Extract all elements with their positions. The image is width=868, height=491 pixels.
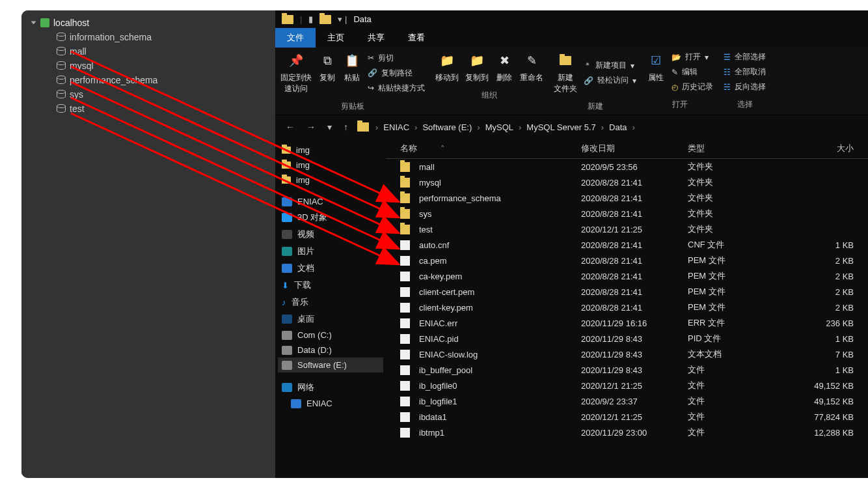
file-icon: [400, 318, 410, 328]
ribbon-tab[interactable]: 查看: [396, 28, 437, 48]
file-row[interactable]: ENIAC.err2020/11/29 16:16ERR 文件236 KB: [386, 315, 868, 331]
file-row[interactable]: sys2020/8/28 21:41文件夹: [386, 206, 868, 221]
ribbon-easyaccess[interactable]: 🔗轻松访问▾: [584, 75, 636, 86]
navtree-drive-c[interactable]: Com (C:): [278, 328, 383, 343]
file-row[interactable]: client-cert.pem2020/8/28 21:41PEM 文件2 KB: [386, 284, 868, 300]
ribbon-copy[interactable]: ⧉复制: [318, 51, 336, 94]
navtree-3dobjects[interactable]: 3D 对象: [278, 209, 383, 226]
col-size[interactable]: 大小: [771, 143, 868, 154]
db-item[interactable]: mysql: [53, 59, 275, 73]
navtree-videos[interactable]: 视频: [278, 226, 383, 243]
database-icon: [57, 105, 66, 113]
ribbon-selectnone[interactable]: ☷全部取消: [724, 66, 766, 77]
breadcrumb-segment[interactable]: MySQL: [485, 122, 513, 132]
nav-tree: img img img ENIAC 3D 对象 视频 图片 文档 ⬇下载 ♪音乐…: [275, 139, 386, 478]
navtree-img[interactable]: img: [278, 158, 383, 173]
file-row[interactable]: ibtmp12020/11/29 23:00文件12,288 KB: [386, 425, 868, 440]
file-row[interactable]: mysql2020/8/28 21:41文件夹: [386, 175, 868, 190]
db-item[interactable]: mall: [53, 44, 275, 59]
navtree-network-pc[interactable]: ENIAC: [287, 396, 383, 411]
database-icon: [57, 76, 66, 84]
breadcrumb-segment[interactable]: Data: [609, 122, 627, 132]
ribbon-pin[interactable]: 📌固定到快 速访问: [280, 51, 312, 94]
address-bar: ← → ▾ ↑ ›ENIAC›Software (E:)›MySQL›MySQL…: [275, 115, 868, 139]
ribbon-invertsel[interactable]: ☵反向选择: [724, 81, 766, 92]
file-row[interactable]: performance_schema2020/8/28 21:41文件夹: [386, 190, 868, 206]
file-icon: [400, 303, 410, 313]
db-tree-panel: localhost information_schemamallmysqlper…: [21, 10, 275, 478]
ribbon-moveto[interactable]: 📁移动到: [435, 51, 459, 83]
db-item[interactable]: information_schema: [53, 30, 275, 44]
navtree-documents[interactable]: 文档: [278, 260, 383, 277]
file-row[interactable]: client-key.pem2020/8/28 21:41PEM 文件2 KB: [386, 300, 868, 315]
navtree-downloads[interactable]: ⬇下载: [278, 277, 383, 294]
caret-down-icon: [31, 21, 36, 25]
file-row[interactable]: mall2020/9/5 23:56文件夹: [386, 159, 868, 175]
window-title: Data: [353, 14, 371, 24]
ribbon-tab[interactable]: 主页: [316, 28, 356, 48]
ribbon-delete[interactable]: ✖删除: [495, 51, 513, 83]
breadcrumb-segment[interactable]: MySQL Server 5.7: [526, 122, 595, 132]
ribbon-rename[interactable]: ✎重命名: [520, 51, 543, 83]
db-item[interactable]: sys: [53, 87, 275, 102]
file-row[interactable]: test2020/12/1 21:25文件夹: [386, 221, 868, 237]
ribbon-properties[interactable]: ☑属性: [647, 51, 665, 92]
nav-recent[interactable]: ▾: [325, 120, 334, 133]
nav-forward[interactable]: →: [304, 120, 318, 133]
ribbon-newitem[interactable]: ＊新建项目▾: [584, 60, 634, 71]
navtree-music[interactable]: ♪音乐: [278, 294, 383, 311]
folder-icon: [400, 178, 410, 188]
ribbon-history[interactable]: ◴历史记录: [671, 81, 713, 92]
ribbon-copypath[interactable]: 🔗复制路径: [368, 68, 413, 79]
ribbon-tab[interactable]: 共享: [356, 28, 396, 48]
db-item[interactable]: performance_schema: [53, 73, 275, 87]
database-icon: [57, 33, 66, 41]
file-row[interactable]: ib_buffer_pool2020/11/29 8:43文件1 KB: [386, 362, 868, 378]
db-item[interactable]: test: [53, 102, 275, 116]
file-row[interactable]: ENIAC-slow.log2020/11/29 8:43文本文档7 KB: [386, 346, 868, 362]
database-icon: [57, 48, 66, 55]
file-list: 名称˄ 修改日期 类型 大小 mall2020/9/5 23:56文件夹mysq…: [386, 139, 868, 478]
ribbon-open[interactable]: 📂打开▾: [671, 51, 709, 63]
ribbon-shortcut[interactable]: ↪粘贴快捷方式: [368, 83, 425, 94]
breadcrumb-segment[interactable]: ENIAC: [383, 122, 409, 132]
file-icon: [400, 381, 410, 391]
nav-back[interactable]: ←: [283, 120, 297, 133]
file-icon: [400, 365, 410, 375]
col-date[interactable]: 修改日期: [581, 143, 688, 154]
file-row[interactable]: ibdata12020/12/1 21:25文件77,824 KB: [386, 409, 868, 425]
file-row[interactable]: ib_logfile12020/9/2 23:37文件49,152 KB: [386, 393, 868, 409]
db-connection-root[interactable]: localhost: [28, 16, 275, 30]
sort-indicator-icon: ˄: [441, 144, 445, 154]
file-row[interactable]: ib_logfile02020/12/1 21:25文件49,152 KB: [386, 378, 868, 393]
navtree-img[interactable]: img: [278, 143, 383, 158]
breadcrumb[interactable]: ›ENIAC›Software (E:)›MySQL›MySQL Server …: [375, 122, 635, 132]
nav-up[interactable]: ↑: [341, 120, 351, 133]
file-row[interactable]: ENIAC.pid2020/11/29 8:43PID 文件1 KB: [386, 331, 868, 346]
navtree-drive-d[interactable]: Data (D:): [278, 343, 383, 358]
navtree-desktop[interactable]: 桌面: [278, 311, 383, 328]
file-row[interactable]: auto.cnf2020/8/28 21:41CNF 文件1 KB: [386, 237, 868, 253]
file-row[interactable]: ca.pem2020/8/28 21:41PEM 文件2 KB: [386, 253, 868, 268]
file-icon: [400, 428, 410, 438]
ribbon-selectall[interactable]: ☰全部选择: [724, 51, 766, 63]
col-type[interactable]: 类型: [688, 143, 771, 154]
file-icon: [400, 287, 410, 297]
navtree-img[interactable]: img: [278, 173, 383, 188]
navtree-drive-e[interactable]: Software (E:): [278, 358, 383, 372]
ribbon-edit[interactable]: ✎编辑: [671, 66, 698, 77]
ribbon-tab[interactable]: 文件: [275, 28, 316, 48]
ribbon-cut[interactable]: ✂剪切: [368, 53, 394, 64]
folder-icon: [400, 162, 410, 172]
ribbon-copyto[interactable]: 📁复制到: [465, 51, 489, 83]
breadcrumb-segment[interactable]: Software (E:): [422, 122, 472, 132]
navtree-network[interactable]: 网络: [278, 379, 383, 396]
file-icon: [400, 272, 410, 281]
ribbon-paste[interactable]: 📋粘贴: [343, 51, 361, 94]
folder-icon: [319, 15, 331, 24]
col-name[interactable]: 名称: [400, 143, 417, 154]
ribbon-newfolder[interactable]: 新建 文件夹: [554, 51, 577, 94]
navtree-pictures[interactable]: 图片: [278, 243, 383, 260]
file-row[interactable]: ca-key.pem2020/8/28 21:41PEM 文件2 KB: [386, 268, 868, 284]
navtree-pc[interactable]: ENIAC: [278, 194, 383, 209]
